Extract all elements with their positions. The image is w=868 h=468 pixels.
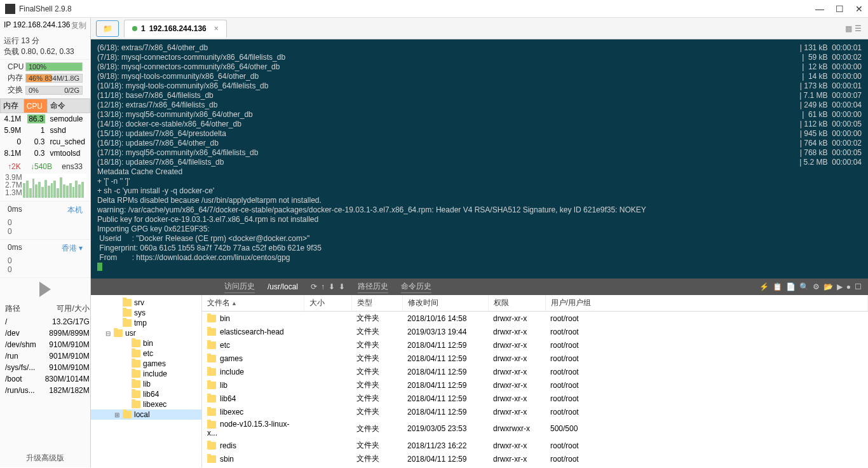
app-icon — [5, 4, 15, 14]
file-row[interactable]: bin文件夹2018/10/16 14:58drwxr-xr-xroot/roo… — [202, 312, 868, 326]
file-row[interactable]: node-v10.15.3-linux-x...文件夹2019/03/05 23… — [202, 418, 868, 439]
file-row[interactable]: include文件夹2018/04/11 12:59drwxr-xr-xroot… — [202, 365, 868, 378]
play-icon[interactable] — [39, 282, 51, 297]
disk-row[interactable]: /boot830M/1014M — [1, 374, 93, 384]
net-down: ↓540B — [31, 162, 52, 171]
download2-icon[interactable]: ⬇ — [339, 282, 345, 291]
download-icon[interactable]: ⬇ — [329, 282, 335, 291]
sidebar: IP 192.168.244.136 复制 运行 13 分 负载 0.80, 0… — [0, 18, 91, 467]
window-icon[interactable]: ☐ — [855, 282, 862, 291]
gear-icon[interactable]: ⚙ — [813, 282, 820, 291]
clipboard-icon[interactable]: 📋 — [773, 282, 782, 291]
ping-ms: 0ms — [8, 205, 22, 216]
upgrade-button[interactable]: 升级高级版 — [0, 449, 90, 467]
cmd-history[interactable]: 命令历史 — [401, 281, 431, 293]
app-title: FinalShell 2.9.8 — [19, 4, 815, 13]
swap-bar: 0%0/2G — [25, 86, 83, 95]
disk-row[interactable]: /sys/fs/...910M/910M — [1, 362, 93, 373]
tab-bar: 📁 1 192.168.244.136 × ▦ ☰ — [91, 18, 868, 39]
file-row[interactable]: redis文件夹2018/11/23 16:22drwxr-xr-xroot/r… — [202, 439, 868, 452]
play-area — [0, 278, 90, 301]
path-history[interactable]: 路径历史 — [358, 281, 388, 293]
path-display[interactable]: /usr/local — [268, 282, 298, 291]
copy-icon[interactable]: 📄 — [786, 282, 796, 291]
process-table: 内存CPU命令 4.1M86.3semodule5.9M1sshd00.3rcu… — [0, 99, 90, 159]
stop-icon[interactable]: ● — [846, 282, 851, 291]
tree-item[interactable]: ⊞local — [91, 410, 201, 420]
tree-item[interactable]: ⊟usr — [91, 328, 201, 338]
mem-bar: 46%834M/1.8G — [25, 74, 83, 83]
tab-close-icon[interactable]: × — [214, 24, 219, 33]
file-row[interactable]: elasticsearch-head文件夹2019/03/13 19:44drw… — [202, 325, 868, 338]
list-icon[interactable]: ☰ — [855, 24, 862, 33]
file-row[interactable]: libexec文件夹2018/04/11 12:59drwxr-xr-xroot… — [202, 405, 868, 418]
minimize-icon[interactable]: — — [815, 4, 824, 14]
view-icons: ▦ ☰ — [845, 24, 862, 33]
file-row[interactable]: lib64文件夹2018/04/11 12:59drwxr-xr-xroot/r… — [202, 392, 868, 405]
close-icon[interactable]: ✕ — [855, 4, 863, 14]
grid-icon[interactable]: ▦ — [845, 24, 852, 33]
copy-button[interactable]: 复制 — [71, 20, 86, 31]
disk-row[interactable]: /dev/shm910M/910M — [1, 340, 93, 350]
tree-item[interactable]: sys — [91, 308, 201, 318]
tree-item[interactable]: include — [91, 369, 201, 379]
tree-item[interactable]: libexec — [91, 399, 201, 410]
tree-item[interactable]: tmp — [91, 318, 201, 328]
window-controls: — ☐ ✕ — [815, 4, 863, 14]
upload-icon[interactable]: ↑ — [321, 282, 325, 291]
open-folder-icon[interactable]: 📂 — [824, 282, 833, 291]
terminal[interactable]: (6/18): extras/7/x86_64/other_db| 131 kB… — [91, 39, 868, 279]
search-icon[interactable]: 🔍 — [799, 282, 809, 291]
file-row[interactable]: games文件夹2018/04/11 12:59drwxr-xr-xroot/r… — [202, 352, 868, 365]
ping2-host[interactable]: 香港 ▾ — [62, 243, 83, 254]
tree-item[interactable]: lib64 — [91, 389, 201, 399]
maximize-icon[interactable]: ☐ — [836, 4, 844, 14]
tree-item[interactable]: etc — [91, 348, 201, 359]
process-row[interactable]: 4.1M86.3semodule — [1, 113, 90, 125]
disk-row[interactable]: /run/us...182M/182M — [1, 385, 93, 396]
file-row[interactable]: lib文件夹2018/04/11 12:59drwxr-xr-xroot/roo… — [202, 378, 868, 392]
ping-host[interactable]: 本机 — [67, 205, 83, 216]
file-row[interactable]: share文件夹2018/10/14 19:35drwxr-xr-xroot/r… — [202, 465, 868, 467]
bolt-icon[interactable]: ⚡ — [759, 282, 769, 291]
ip-label: IP 192.168.244.136 — [4, 20, 71, 31]
cpu-bar: 100% — [25, 62, 83, 71]
file-row[interactable]: sbin文件夹2018/04/11 12:59drwxr-xr-xroot/ro… — [202, 452, 868, 465]
process-row[interactable]: 00.3rcu_sched — [1, 136, 90, 148]
uptime-label: 运行 13 分 — [4, 36, 86, 46]
file-row[interactable]: etc文件夹2018/04/11 12:59drwxr-xr-xroot/roo… — [202, 338, 868, 352]
file-list[interactable]: 文件名▲ 大小 类型 修改时间 权限 用户/用户组 bin文件夹2018/10/… — [202, 295, 868, 467]
titlebar: FinalShell 2.9.8 — ☐ ✕ — [0, 0, 868, 18]
folder-button[interactable]: 📁 — [96, 20, 119, 37]
disk-table: 路径可用/大小 /13.2G/17G/dev899M/899M/dev/shm9… — [0, 301, 95, 397]
ping2-ms: 0ms — [8, 243, 22, 254]
run-icon[interactable]: ▶ — [837, 282, 843, 291]
disk-row[interactable]: /dev899M/899M — [1, 328, 93, 338]
net-chart: 3.9M2.7M1.3M — [4, 174, 86, 198]
disk-row[interactable]: /run901M/910M — [1, 351, 93, 361]
refresh-icon[interactable]: ⟳ — [311, 282, 317, 291]
load-label: 负载 0.80, 0.62, 0.33 — [4, 46, 86, 57]
tree-item[interactable]: srv — [91, 298, 201, 308]
tree-item[interactable]: games — [91, 359, 201, 369]
status-dot-icon — [132, 26, 137, 31]
file-toolbar: 访问历史 /usr/local ⟳ ↑ ⬇ ⬇ 路径历史 命令历史 ⚡ 📋 📄 … — [91, 279, 868, 295]
tree-item[interactable]: bin — [91, 338, 201, 348]
process-row[interactable]: 8.1M0.3vmtoolsd — [1, 148, 90, 159]
mem-label: 内存 — [8, 72, 25, 83]
file-tree[interactable]: srv sys tmp⊟usr bin etc games include li… — [91, 295, 202, 467]
net-iface[interactable]: ens33 — [62, 162, 83, 171]
cpu-label: CPU — [8, 62, 25, 71]
visit-history[interactable]: 访问历史 — [224, 281, 255, 293]
disk-row[interactable]: /13.2G/17G — [1, 317, 93, 327]
swap-label: 交换 — [8, 85, 25, 95]
process-row[interactable]: 5.9M1sshd — [1, 125, 90, 136]
tab-session[interactable]: 1 192.168.244.136 × — [124, 20, 227, 38]
tree-item[interactable]: lib — [91, 379, 201, 389]
net-up: ↑2K — [8, 162, 21, 171]
